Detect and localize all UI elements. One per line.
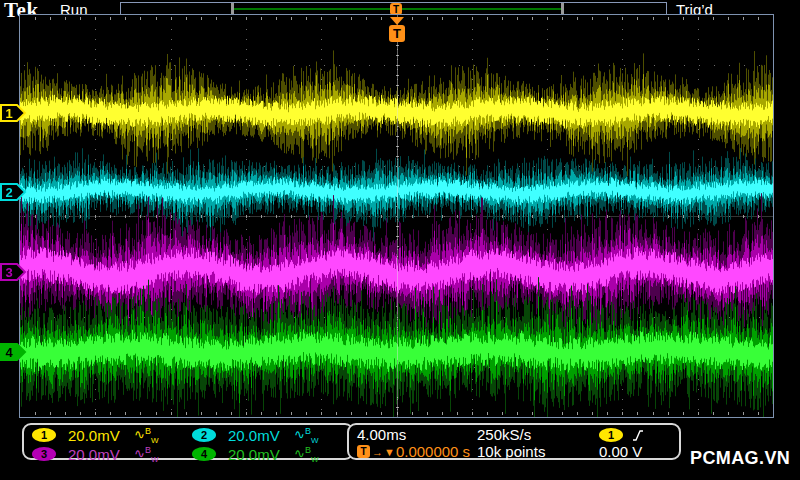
channel-3-readout[interactable]: 3 20.0mV ∿BW	[32, 445, 192, 464]
graticule-area	[19, 14, 774, 418]
svg-text:4: 4	[5, 345, 13, 360]
trigger-caret-icon[interactable]	[390, 17, 404, 25]
channel-1-scale: 20.0mV	[68, 427, 128, 444]
trigger-source-readout[interactable]: 1	[599, 428, 679, 442]
coupling-bandwidth-icon: ∿BW	[294, 445, 318, 464]
horizontal-trigger-readouts-box: 4.00ms 250kS/s 1 T → ▼ 0.000000 s 10k po…	[347, 423, 681, 460]
record-length-readout: 10k points	[477, 443, 599, 460]
channel-1-badge: 1	[32, 428, 56, 442]
channel-3-scale: 20.0mV	[68, 446, 128, 463]
channel-1-readout[interactable]: 1 20.0mV ∿BW	[32, 426, 192, 445]
sample-rate-readout: 250kS/s	[477, 426, 599, 443]
trigger-t-icon: T	[357, 445, 370, 458]
channel-4-ground-marker[interactable]: 4	[0, 342, 27, 362]
coupling-bandwidth-icon: ∿BW	[134, 426, 158, 445]
trigger-level-readout: 0.00 V	[599, 443, 679, 460]
channel-readouts-box: 1 20.0mV ∿BW 2 20.0mV ∿BW 3 20.0mV ∿BW 4…	[22, 423, 354, 460]
channel-3-ground-marker[interactable]: 3	[0, 262, 27, 282]
trigger-source-badge: 1	[599, 428, 623, 442]
arrow-right-icon: →	[372, 446, 383, 458]
timebase-readout[interactable]: 4.00ms	[357, 426, 477, 443]
channel-2-badge: 2	[192, 428, 216, 442]
watermark: PCMAG.VN	[690, 448, 790, 469]
coupling-bandwidth-icon: ∿BW	[294, 426, 318, 445]
trigger-position-readout[interactable]: T → ▼ 0.000000 s	[357, 443, 477, 460]
channel-2-scale: 20.0mV	[228, 427, 288, 444]
channel-4-badge: 4	[192, 447, 216, 461]
trigger-marker-icon[interactable]: T	[389, 25, 405, 42]
channel-2-ground-marker[interactable]: 2	[0, 182, 27, 202]
svg-text:3: 3	[5, 265, 12, 280]
channel-3-badge: 3	[32, 447, 56, 461]
channel-4-readout[interactable]: 4 20.0mV ∿BW	[192, 445, 352, 464]
scope-canvas	[20, 15, 773, 417]
svg-text:2: 2	[5, 185, 12, 200]
coupling-bandwidth-icon: ∿BW	[134, 445, 158, 464]
channel-2-readout[interactable]: 2 20.0mV ∿BW	[192, 426, 352, 445]
rising-edge-icon	[631, 428, 645, 442]
channel-1-ground-marker[interactable]: 1	[0, 103, 27, 123]
channel-4-scale: 20.0mV	[228, 446, 288, 463]
triangle-down-icon: ▼	[384, 446, 395, 458]
svg-text:1: 1	[5, 106, 12, 121]
oscilloscope-ui: Tek Run T Trig’d T 1 2 3 4 1 20.0mV ∿BW …	[0, 0, 800, 480]
